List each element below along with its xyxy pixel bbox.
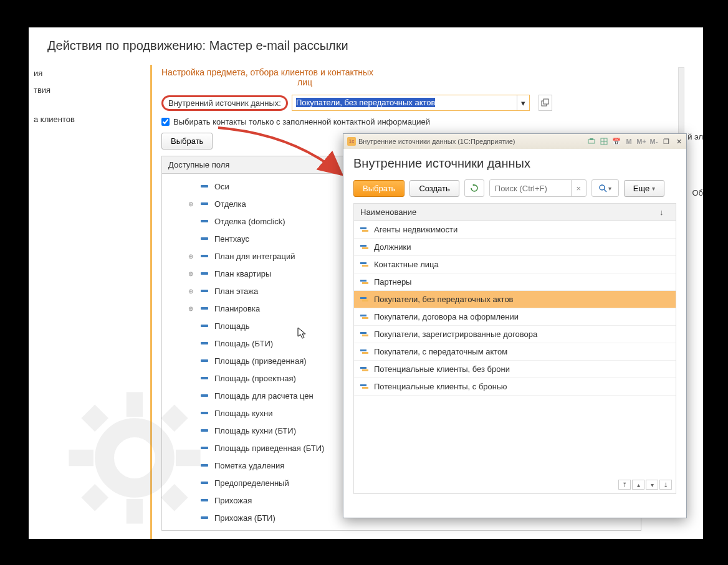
close-icon[interactable]: ✕	[674, 136, 684, 146]
dialog-list-header[interactable]: Наименование ↓	[353, 203, 676, 221]
data-source-icon	[360, 226, 369, 234]
scroll-top-icon[interactable]: ⤒	[618, 480, 631, 490]
tree-row-label: Оси	[214, 182, 229, 191]
select-button[interactable]: Выбрать	[161, 133, 213, 150]
field-bullet-icon	[201, 394, 208, 397]
dialog-toolbar: Выбрать Создать × ▾ Еще▾	[353, 179, 676, 197]
source-field-input[interactable]: Покупатели, без передаточных актов	[292, 95, 517, 110]
list-row[interactable]: Агенты недвижимости	[354, 221, 676, 239]
scroll-bottom-icon[interactable]: ⤓	[659, 480, 672, 490]
sidebar-item[interactable]: а клиентов	[29, 111, 110, 128]
field-bullet-icon	[201, 377, 208, 379]
dropdown-icon[interactable]: ▾	[517, 95, 529, 110]
maximize-icon[interactable]: ❐	[661, 136, 671, 146]
field-bullet-icon	[201, 237, 208, 240]
list-row[interactable]: Потенциальные клиенты, с бронью	[354, 378, 676, 396]
tree-row-label: Прихожая	[214, 496, 252, 505]
svg-rect-7	[81, 404, 108, 432]
print-icon[interactable]	[587, 136, 596, 146]
sidebar-item[interactable]: твия	[29, 82, 110, 98]
svg-rect-12	[590, 138, 593, 140]
tree-row-label: Площадь для расчета цен	[214, 391, 314, 401]
expander-icon[interactable]: ⊕	[187, 270, 194, 277]
tree-row-label: Пометка удаления	[214, 461, 284, 470]
field-bullet-icon	[201, 412, 208, 414]
field-bullet-icon	[201, 290, 208, 292]
data-source-icon	[360, 261, 369, 268]
dialog-search-input[interactable]	[490, 180, 571, 196]
calc-mminus-icon[interactable]: M-	[649, 136, 659, 146]
field-bullet-icon	[201, 307, 208, 310]
expander-icon[interactable]: ⊕	[187, 305, 194, 312]
dialog-search-button[interactable]: ▾	[592, 179, 619, 197]
list-row[interactable]: Покупатели, договора на оформлении	[354, 308, 676, 326]
field-bullet-icon	[201, 447, 208, 449]
svg-line-17	[604, 189, 606, 192]
grid-icon[interactable]	[599, 136, 609, 146]
data-source-icon	[360, 296, 369, 303]
svg-rect-4	[127, 499, 143, 524]
tree-row-label: План этажа	[214, 287, 258, 296]
list-row-label: Покупатели, договора на оформлении	[374, 312, 519, 321]
list-row[interactable]: Должники	[354, 239, 676, 256]
dialog-list-body[interactable]: Агенты недвижимостиДолжникиКонтактные ли…	[353, 221, 676, 494]
tree-row-label: Площадь (БТИ)	[214, 339, 273, 348]
tree-row-label: Отделка	[214, 199, 246, 209]
field-bullet-icon	[201, 464, 208, 467]
expander-icon[interactable]: ⊕	[187, 201, 194, 207]
dialog-refresh-button[interactable]	[464, 179, 484, 197]
list-row[interactable]: Покупатели, зарегистрированные договора	[354, 326, 676, 343]
list-row-label: Потенциальные клиенты, без брони	[374, 364, 510, 374]
calc-mplus-icon[interactable]: M+	[636, 136, 646, 146]
scroll-up-icon[interactable]: ▴	[632, 480, 644, 490]
field-bullet-icon	[201, 255, 208, 257]
dialog-more-button[interactable]: Еще▾	[624, 180, 664, 197]
list-scroll-buttons: ⤒ ▴ ▾ ⤓	[618, 480, 672, 490]
field-bullet-icon	[201, 429, 208, 432]
list-row[interactable]: Потенциальные клиенты, без брони	[354, 361, 676, 378]
list-row[interactable]: Покупатели, без передаточных актов	[354, 291, 676, 308]
column-name-header: Наименование	[360, 207, 659, 217]
contacts-checkbox-label: Выбирать контакты только с заполненной к…	[173, 117, 430, 126]
tree-row-label: Площадь (проектная)	[214, 374, 296, 383]
tree-row-label: Площадь кухни	[214, 409, 272, 418]
tree-row-label: Планировка	[214, 304, 260, 313]
list-row-label: Партнеры	[374, 277, 411, 287]
svg-rect-9	[81, 484, 108, 511]
expander-icon[interactable]: ⊕	[187, 288, 194, 295]
refresh-icon	[470, 184, 479, 192]
svg-rect-3	[127, 392, 143, 417]
list-row[interactable]: Покупатели, с передаточным актом	[354, 343, 676, 361]
field-bullet-icon	[201, 499, 208, 501]
data-source-icon	[360, 366, 369, 373]
list-row[interactable]: Контактные лица	[354, 256, 676, 273]
field-bullet-icon	[201, 272, 208, 275]
dialog-heading: Внутренние источники данных	[353, 156, 676, 171]
search-clear-icon[interactable]: ×	[571, 180, 586, 196]
tree-row-label: План квартиры	[214, 269, 271, 278]
list-row[interactable]: Партнеры	[354, 273, 676, 291]
source-field-row: Внутренний источник данных: Покупатели, …	[161, 95, 703, 111]
contacts-checkbox[interactable]	[161, 118, 170, 126]
field-bullet-icon	[201, 342, 208, 344]
dialog-create-button[interactable]: Создать	[410, 180, 459, 197]
svg-point-16	[600, 185, 605, 190]
dialog-titlebar: Внутренние источники данных (1С:Предприя…	[343, 134, 686, 149]
open-dialog-button[interactable]	[539, 95, 552, 111]
calendar-icon[interactable]: 📅	[611, 136, 621, 146]
dialog-search-wrap: ×	[489, 179, 587, 197]
chevron-down-icon: ▾	[608, 185, 611, 192]
field-bullet-icon	[201, 516, 208, 519]
data-source-icon	[360, 331, 369, 338]
expander-icon[interactable]: ⊕	[187, 253, 194, 260]
list-row-label: Потенциальные клиенты, с бронью	[374, 382, 507, 391]
list-row-label: Должники	[374, 242, 411, 252]
sidebar-item[interactable]: ия	[29, 65, 110, 82]
left-sidebar: ия твия а клиентов	[29, 65, 110, 128]
field-bullet-icon	[201, 325, 208, 327]
tree-row-label: План для интеграций	[214, 252, 295, 261]
scroll-down-icon[interactable]: ▾	[646, 480, 658, 490]
dialog-select-button[interactable]: Выбрать	[353, 180, 405, 197]
svg-rect-1	[544, 99, 548, 104]
calc-m-icon[interactable]: M	[624, 136, 634, 146]
